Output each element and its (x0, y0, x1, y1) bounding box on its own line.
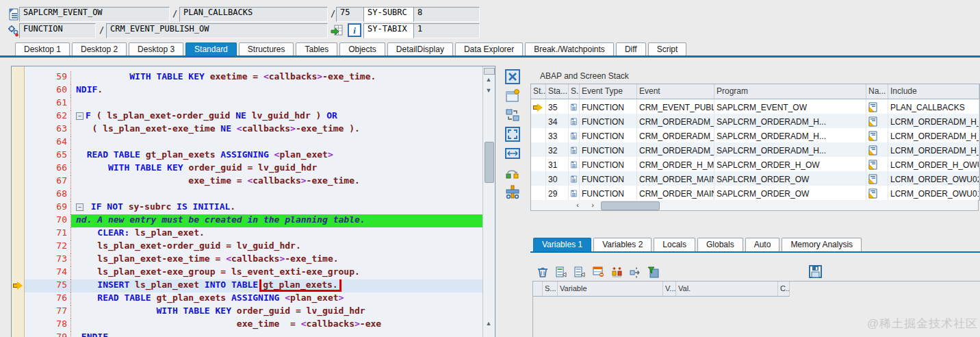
tab-tables[interactable]: Tables (296, 42, 337, 56)
code-line[interactable]: 62−F ( ls_plan_exet-order_guid NE lv_gui… (25, 110, 483, 123)
splitter-handle[interactable] (484, 68, 495, 75)
stack-column-header[interactable]: Na... (866, 84, 888, 99)
include-field[interactable]: PLAN_CALLBACKS (179, 7, 328, 22)
stack-row[interactable]: 29FUNCTIONCRM_ORDER_MAINTAIN...SAPLCRM_O… (531, 186, 979, 200)
tab-break-watchpoints[interactable]: Break./Watchpoints (525, 42, 614, 56)
tab-detaildisplay[interactable]: DetailDisplay (387, 42, 453, 56)
stack-row[interactable]: 32FUNCTIONCRM_ORDERADM_H_MAI...SAPLCRM_O… (531, 142, 979, 157)
copy-table-icon[interactable] (554, 266, 568, 278)
stack-column-header[interactable]: St... (531, 84, 546, 99)
swap-panes-icon[interactable] (504, 107, 521, 123)
filter-icon[interactable] (647, 266, 660, 278)
variables-column-header[interactable]: V... (663, 282, 676, 297)
save-icon[interactable] (809, 265, 822, 278)
code-line[interactable]: 77 WITH TABLE KEY order_guid = lv_guid_h… (25, 305, 483, 319)
scrollbar-thumb[interactable] (601, 201, 660, 210)
program-field[interactable]: SAPLCRM_EVENT_OW (19, 7, 170, 22)
navigate-include-icon[interactable] (866, 157, 888, 171)
editor-vertical-scrollbar[interactable]: ▲ ▼ ▲ (482, 66, 495, 337)
scrollbar-thumb[interactable] (485, 142, 494, 183)
navigate-include-icon[interactable] (866, 128, 888, 142)
code-line[interactable]: 63 ( ls_plan_exet-exe_time NE <callbacks… (25, 123, 483, 136)
tab-structures[interactable]: Structures (239, 42, 294, 56)
frame-kind-field[interactable]: FUNCTION (19, 23, 96, 38)
stack-row[interactable]: 34FUNCTIONCRM_ORDERADM_H_PUB..SAPLCRM_OR… (531, 114, 979, 128)
sysvar1-value-field[interactable]: 8 (413, 7, 480, 22)
navigate-include-icon[interactable] (866, 99, 888, 114)
code-line[interactable]: 67 exe_time = <callbacks>-exe_time. (25, 175, 483, 188)
code-line[interactable]: 59 WITH TABLE KEY exetime = <callbacks>-… (25, 71, 483, 84)
delete-icon[interactable] (536, 266, 550, 278)
code-line[interactable]: 75 INSERT ls_plan_exet INTO TABLEgt_plan… (25, 279, 483, 292)
code-line[interactable]: 66 WITH TABLE KEY order_guid = lv_guid_h… (25, 162, 483, 175)
tab-standard[interactable]: Standard (185, 42, 237, 56)
code-line[interactable]: 69− IF NOT sy-subrc IS INITIAL. (25, 201, 483, 214)
code-line[interactable]: 72 ls_plan_exet-order_guid = lv_guid_hdr… (25, 240, 483, 253)
variables-column-header[interactable]: Val. (676, 282, 778, 297)
scroll-down-icon[interactable]: ▼ (483, 86, 494, 95)
maximize-icon[interactable] (504, 126, 521, 142)
code-line[interactable]: 73 ls_plan_exet-exe_time = <callbacks>-e… (25, 253, 483, 266)
code-line[interactable]: 71 CLEAR: ls_plan_exet. (25, 227, 483, 240)
code-line[interactable]: 74 ls_plan_exet-exe_group = ls_event_ext… (25, 266, 483, 279)
tab-diff[interactable]: Diff (616, 42, 646, 56)
tab-desktop-1[interactable]: Desktop 1 (15, 42, 70, 56)
stack-column-header[interactable]: S.. (569, 84, 580, 99)
variables-column-header[interactable]: S... (543, 282, 558, 297)
tab-data-explorer[interactable]: Data Explorer (455, 42, 523, 56)
stack-horizontal-scrollbar[interactable]: ‹ › (530, 200, 979, 211)
insert-columns-icon[interactable] (610, 266, 623, 278)
tab-variables-2[interactable]: Variables 2 (593, 238, 652, 251)
stack-column-header[interactable]: Event Type (580, 84, 637, 99)
scroll-left-icon[interactable]: ‹ (571, 201, 584, 210)
tab-auto[interactable]: Auto (745, 238, 780, 251)
tab-script[interactable]: Script (648, 42, 687, 56)
stack-row[interactable]: 30FUNCTIONCRM_ORDER_MAINTAIN...SAPLCRM_O… (531, 171, 979, 186)
goto-table-icon[interactable] (331, 23, 344, 37)
tab-objects[interactable]: Objects (339, 42, 385, 56)
function-name-field[interactable]: CRM_EVENT_PUBLISH_OW (106, 23, 328, 38)
copy-table-alt-icon[interactable] (573, 266, 586, 278)
line-number-field[interactable]: 75 (336, 7, 365, 22)
sysvar2-value-field[interactable]: 1 (413, 23, 480, 38)
code-line[interactable]: 68 (25, 188, 483, 201)
new-window-icon[interactable] (504, 88, 521, 104)
tab-variables-1[interactable]: Variables 1 (533, 238, 591, 251)
fit-width-icon[interactable] (504, 145, 521, 162)
variables-column-header[interactable]: C... (778, 282, 790, 297)
code-line[interactable]: 79 ENDIF. (25, 332, 483, 337)
remove-row-icon[interactable] (591, 266, 605, 278)
stack-row[interactable]: 35FUNCTIONCRM_EVENT_PUBLISH_O..SAPLCRM_E… (531, 99, 979, 114)
tab-memory-analysis[interactable]: Memory Analysis (782, 238, 862, 251)
stack-column-header[interactable]: Program (714, 84, 866, 99)
tab-desktop-2[interactable]: Desktop 2 (72, 42, 127, 56)
variables-column-header[interactable] (533, 282, 543, 297)
swap-arrows-icon[interactable] (628, 266, 642, 278)
code-line[interactable]: 61 (25, 97, 483, 110)
code-editor[interactable]: 59 WITH TABLE KEY exetime = <callbacks>-… (11, 66, 495, 337)
code-line[interactable]: 64 (25, 136, 483, 149)
navigate-include-icon[interactable] (866, 171, 888, 186)
code-line[interactable]: 76 READ TABLE gt_plan_exets ASSIGNING <p… (25, 292, 483, 305)
navigate-include-icon[interactable] (866, 142, 888, 157)
stack-row[interactable]: 31FUNCTIONCRM_ORDER_H_MAINTA...SAPLCRM_O… (531, 157, 979, 171)
code-line[interactable]: 65 READ TABLE gt_plan_exets ASSIGNING <p… (25, 149, 483, 162)
close-pane-icon[interactable] (504, 68, 521, 85)
info-icon[interactable]: i (348, 23, 361, 37)
code-line[interactable]: 78 exe_time = <callbacks>-exe (25, 319, 483, 332)
stack-column-header[interactable]: Include (888, 84, 979, 99)
tab-locals[interactable]: Locals (654, 238, 695, 251)
navigate-include-icon[interactable] (866, 186, 888, 200)
stack-column-header[interactable]: Sta... (546, 84, 569, 99)
code-line[interactable]: 60NDIF. (25, 84, 483, 97)
tab-desktop-3[interactable]: Desktop 3 (129, 42, 183, 56)
navigate-include-icon[interactable] (866, 114, 888, 128)
breakpoint-margin[interactable] (12, 66, 25, 337)
scroll-up-icon[interactable]: ▲ (483, 75, 494, 84)
scroll-right-icon[interactable]: › (586, 201, 599, 210)
sysvar2-name-field[interactable]: SY-TABIX (363, 23, 420, 38)
stack-row[interactable]: 33FUNCTIONCRM_ORDERADM_H_CHA..SAPLCRM_OR… (531, 128, 979, 142)
stack-column-header[interactable]: Event (637, 84, 714, 99)
services-icon[interactable] (504, 184, 521, 200)
code-editor-body[interactable]: 59 WITH TABLE KEY exetime = <callbacks>-… (12, 66, 483, 337)
